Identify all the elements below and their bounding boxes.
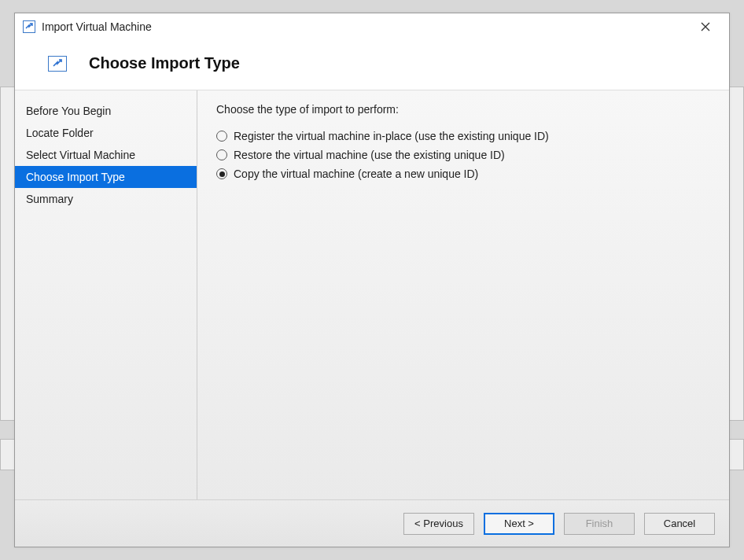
prompt-text: Choose the type of import to perform: (216, 103, 710, 116)
option-label: Restore the virtual machine (use the exi… (234, 149, 505, 161)
step-select-vm[interactable]: Select Virtual Machine (15, 144, 197, 166)
option-label: Copy the virtual machine (create a new u… (234, 168, 478, 180)
radio-icon (216, 168, 227, 179)
previous-button[interactable]: < Previous (403, 513, 474, 535)
radio-icon (216, 131, 227, 142)
wizard-footer: < Previous Next > Finish Cancel (15, 499, 729, 547)
close-icon (700, 21, 711, 32)
page-title: Choose Import Type (89, 54, 240, 72)
step-before-you-begin[interactable]: Before You Begin (15, 100, 197, 122)
option-register-in-place[interactable]: Register the virtual machine in-place (u… (216, 127, 710, 146)
titlebar: Import Virtual Machine (15, 13, 729, 40)
radio-icon (216, 149, 227, 160)
finish-button: Finish (564, 513, 635, 535)
app-icon (23, 20, 35, 33)
step-choose-import-type[interactable]: Choose Import Type (15, 166, 197, 188)
step-locate-folder[interactable]: Locate Folder (15, 122, 197, 144)
wizard-content: Choose the type of import to perform: Re… (197, 90, 729, 499)
wizard-body: Before You Begin Locate Folder Select Vi… (15, 90, 729, 499)
window-title: Import Virtual Machine (42, 20, 152, 33)
option-copy[interactable]: Copy the virtual machine (create a new u… (216, 164, 710, 183)
option-label: Register the virtual machine in-place (u… (234, 130, 549, 142)
cancel-button[interactable]: Cancel (644, 513, 715, 535)
import-vm-dialog: Import Virtual Machine Choose Import Typ… (14, 13, 730, 547)
wizard-steps: Before You Begin Locate Folder Select Vi… (15, 90, 197, 499)
step-summary[interactable]: Summary (15, 188, 197, 210)
close-button[interactable] (690, 16, 721, 38)
wizard-header: Choose Import Type (15, 40, 729, 90)
option-restore[interactable]: Restore the virtual machine (use the exi… (216, 146, 710, 164)
wizard-icon (48, 56, 67, 72)
next-button[interactable]: Next > (484, 513, 554, 535)
